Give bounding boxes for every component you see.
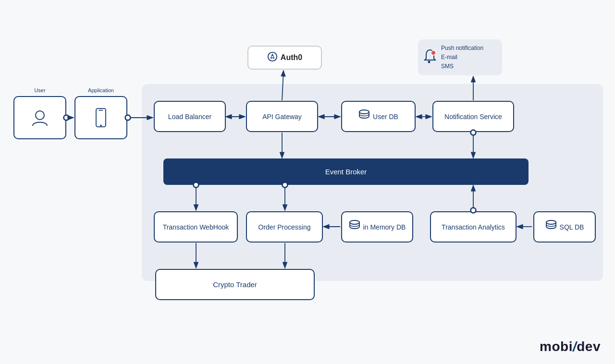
sql-db-node: SQL DB xyxy=(533,211,596,243)
svg-marker-1 xyxy=(271,54,274,56)
user-node: User xyxy=(13,96,66,139)
sms-label: SMS xyxy=(441,62,483,71)
notification-info-box: Push notification E-mail SMS xyxy=(418,39,502,75)
sql-db-icon xyxy=(545,220,557,234)
transaction-analytics-label: Transaction Analytics xyxy=(442,223,505,231)
mobi-text: mobi xyxy=(540,339,573,354)
svg-point-12 xyxy=(546,220,556,224)
load-balancer-node: Load Balancer xyxy=(154,101,226,132)
in-memory-db-label: in Memory DB xyxy=(363,223,406,231)
notification-details: Push notification E-mail SMS xyxy=(441,44,483,72)
user-db-node: User DB xyxy=(341,101,416,132)
bell-icon xyxy=(423,49,437,66)
slash-text: / xyxy=(573,339,577,354)
event-broker-label: Event Broker xyxy=(325,168,367,176)
in-memory-db-node: in Memory DB xyxy=(341,211,413,243)
api-gateway-node: API Gateway xyxy=(246,101,318,132)
crypto-trader-label: Crypto Trader xyxy=(213,280,257,289)
crypto-trader-node: Crypto Trader xyxy=(155,269,315,300)
application-label: Application xyxy=(88,87,114,93)
user-label: User xyxy=(34,87,45,93)
auth0-label: Auth0 xyxy=(281,53,302,62)
auth0-icon xyxy=(267,51,278,64)
user-icon xyxy=(31,109,49,127)
svg-point-4 xyxy=(428,61,430,63)
transaction-analytics-node: Transaction Analytics xyxy=(430,211,517,243)
svg-point-11 xyxy=(350,220,359,224)
email-label: E-mail xyxy=(441,53,483,62)
svg-rect-8 xyxy=(98,110,103,111)
memory-db-icon xyxy=(349,220,360,234)
diagram-container: Auth0 Push notification E-mail SMS User … xyxy=(0,0,615,364)
order-processing-label: Order Processing xyxy=(258,223,311,231)
notification-service-label: Notification Service xyxy=(444,113,502,121)
order-processing-node: Order Processing xyxy=(246,211,323,243)
mobidev-logo: mobi/dev xyxy=(540,339,601,354)
svg-point-5 xyxy=(431,50,436,55)
user-db-icon xyxy=(358,109,370,123)
load-balancer-label: Load Balancer xyxy=(168,113,211,121)
svg-point-6 xyxy=(36,111,44,120)
sql-db-label: SQL DB xyxy=(560,223,584,231)
notification-service-node: Notification Service xyxy=(432,101,514,132)
transaction-webhook-node: Transaction WebHook xyxy=(154,211,238,243)
svg-marker-2 xyxy=(270,56,272,59)
event-broker-node: Event Broker xyxy=(163,158,529,185)
application-node: Application xyxy=(74,96,127,139)
svg-point-10 xyxy=(359,110,369,114)
svg-rect-7 xyxy=(96,109,106,127)
phone-icon xyxy=(94,108,108,127)
api-gateway-label: API Gateway xyxy=(262,113,302,121)
transaction-webhook-label: Transaction WebHook xyxy=(163,223,229,231)
push-notification-label: Push notification xyxy=(441,44,483,53)
svg-point-9 xyxy=(100,125,102,127)
dev-text: dev xyxy=(577,339,601,354)
svg-marker-3 xyxy=(272,56,275,59)
auth0-node: Auth0 xyxy=(247,46,322,70)
user-db-label: User DB xyxy=(373,113,398,121)
